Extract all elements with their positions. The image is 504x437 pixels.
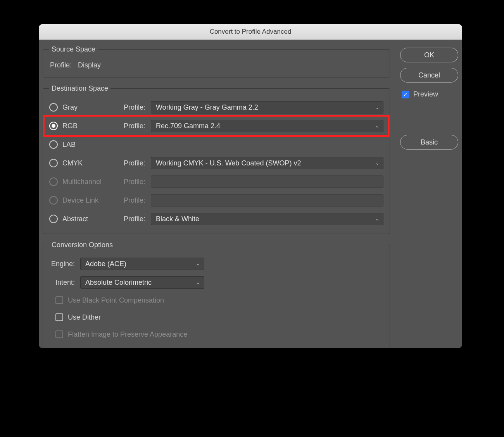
profile-label: Profile: [118, 215, 145, 223]
source-profile-label: Profile: [50, 61, 72, 69]
conversion-options-group: Conversion Options Engine: Adobe (ACE) ⌄… [43, 241, 390, 348]
radio-lab-label: LAB [62, 141, 114, 149]
checkbox-dither-label: Use Dither [68, 313, 101, 322]
cmyk-profile-select[interactable]: Working CMYK - U.S. Web Coated (SWOP) v2… [151, 157, 383, 169]
chevron-down-icon: ⌄ [196, 280, 200, 285]
intent-select[interactable]: Absolute Colorimetric ⌄ [80, 276, 204, 289]
abstract-profile-value: Black & White [156, 215, 199, 223]
profile-label: Profile: [118, 178, 145, 186]
checkbox-bpc-label: Use Black Point Compensation [68, 296, 164, 305]
profile-label: Profile: [118, 159, 145, 167]
profile-label: Profile: [118, 122, 145, 130]
radio-rgb-label: RGB [62, 122, 114, 130]
checkbox-flatten-label: Flatten Image to Preserve Appearance [68, 330, 187, 339]
radio-cmyk[interactable] [49, 159, 58, 167]
source-profile-value: Display [78, 61, 101, 69]
checkbox-preview-label: Preview [413, 90, 438, 98]
radio-multichannel-label: Multichannel [62, 178, 114, 186]
profile-label: Profile: [118, 103, 145, 112]
radio-abstract-label: Abstract [62, 215, 114, 223]
radio-lab[interactable] [49, 140, 58, 149]
conversion-options-legend: Conversion Options [49, 241, 115, 249]
chevron-down-icon: ⌄ [375, 216, 379, 222]
chevron-down-icon: ⌄ [375, 160, 379, 166]
radio-multichannel [49, 177, 58, 186]
multichannel-profile-select: ⌄ [151, 175, 383, 188]
dialog-window: Convert to Profile Advanced Source Space… [39, 24, 462, 348]
cmyk-profile-value: Working CMYK - U.S. Web Coated (SWOP) v2 [156, 159, 301, 167]
abstract-profile-select[interactable]: Black & White ⌄ [151, 213, 383, 225]
checkbox-dither[interactable] [55, 313, 63, 321]
chevron-down-icon: ⌄ [375, 123, 379, 129]
radio-gray[interactable] [49, 103, 58, 112]
basic-button[interactable]: Basic [400, 135, 458, 150]
dialog-title: Convert to Profile Advanced [39, 24, 462, 40]
radio-devicelink [49, 196, 58, 205]
rgb-profile-value: Rec.709 Gamma 2.4 [156, 122, 220, 130]
rgb-profile-select[interactable]: Rec.709 Gamma 2.4 ⌄ [151, 120, 383, 132]
rgb-row-highlight: RGB Profile: Rec.709 Gamma 2.4 ⌄ [49, 117, 383, 135]
engine-select[interactable]: Adobe (ACE) ⌄ [80, 258, 204, 270]
radio-gray-label: Gray [62, 103, 114, 112]
chevron-down-icon: ⌄ [196, 261, 200, 267]
radio-cmyk-label: CMYK [62, 159, 114, 167]
destination-space-legend: Destination Space [49, 84, 110, 93]
destination-space-group: Destination Space Gray Profile: Working … [43, 84, 390, 234]
chevron-down-icon: ⌄ [375, 105, 379, 110]
cancel-button[interactable]: Cancel [400, 68, 458, 83]
checkbox-flatten [55, 330, 63, 338]
radio-devicelink-label: Device Link [62, 196, 114, 205]
engine-value: Adobe (ACE) [85, 260, 126, 268]
radio-abstract[interactable] [49, 215, 58, 223]
source-space-legend: Source Space [49, 45, 98, 53]
source-space-group: Source Space Profile: Display [43, 45, 390, 77]
radio-rgb[interactable] [49, 122, 58, 130]
devicelink-profile-select: ⌄ [151, 194, 383, 206]
gray-profile-value: Working Gray - Gray Gamma 2.2 [156, 103, 258, 112]
profile-label: Profile: [118, 196, 145, 205]
ok-button[interactable]: OK [400, 48, 458, 62]
checkbox-preview[interactable]: ✓ [402, 91, 409, 98]
checkbox-bpc [55, 296, 63, 304]
intent-value: Absolute Colorimetric [85, 279, 152, 287]
gray-profile-select[interactable]: Working Gray - Gray Gamma 2.2 ⌄ [151, 101, 383, 114]
intent-label: Intent: [49, 279, 75, 287]
engine-label: Engine: [49, 260, 75, 268]
